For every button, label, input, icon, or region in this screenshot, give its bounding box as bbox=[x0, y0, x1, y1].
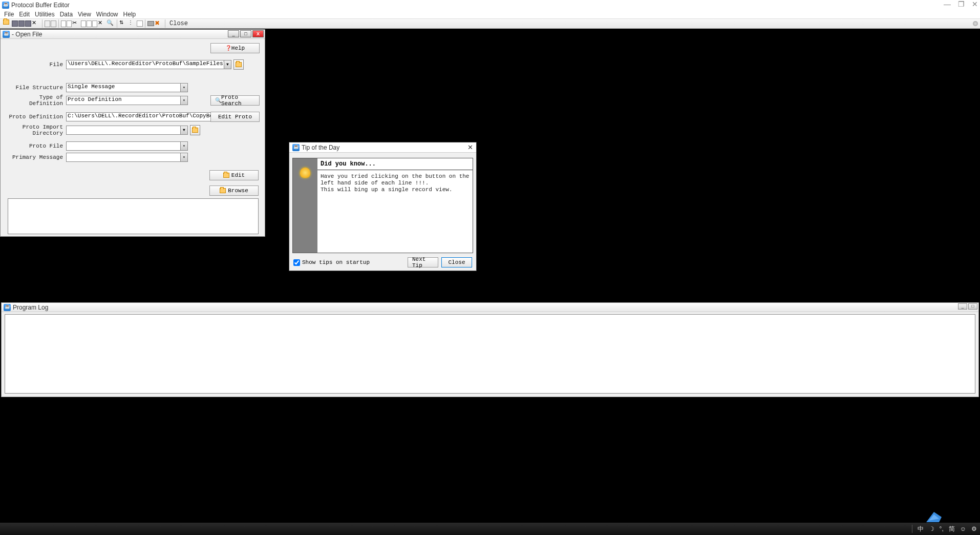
proto-file-combo[interactable]: ▾ bbox=[66, 141, 188, 151]
minimize-button[interactable]: — bbox=[944, 0, 951, 8]
program-log-titlebar[interactable]: Program Log _ □ bbox=[2, 303, 978, 312]
save-icon[interactable] bbox=[12, 20, 18, 27]
maximize-icon[interactable]: □ bbox=[240, 30, 251, 37]
filter-icon[interactable]: ⋮ bbox=[128, 19, 136, 28]
file-combo[interactable]: \Users\DELL\.RecordEditor\ProtoBuf\Sampl… bbox=[66, 60, 231, 69]
menu-help[interactable]: Help bbox=[121, 11, 138, 18]
window-controls: — ❐ ✕ bbox=[944, 0, 978, 8]
menu-edit[interactable]: Edit bbox=[17, 11, 32, 18]
tray-divider bbox=[912, 525, 912, 533]
doc3-icon[interactable] bbox=[92, 20, 97, 27]
weather-icon[interactable]: °, bbox=[940, 525, 944, 532]
cut-icon[interactable]: ✂ bbox=[72, 19, 80, 28]
message-textarea[interactable] bbox=[8, 198, 259, 234]
help-label: Help bbox=[231, 45, 245, 51]
export-icon[interactable] bbox=[25, 20, 31, 27]
folder-icon bbox=[192, 128, 198, 133]
tip-close-button[interactable]: Close bbox=[441, 257, 472, 268]
file-value: \Users\DELL\.RecordEditor\ProtoBuf\Sampl… bbox=[68, 60, 230, 67]
proto-def-combo[interactable]: C:\Users\DELL\.RecordEditor\ProtoBuf\Cop… bbox=[66, 112, 228, 121]
search-icon bbox=[215, 97, 221, 104]
close-button[interactable]: ✕ bbox=[972, 0, 978, 8]
edit-button[interactable]: Edit bbox=[209, 170, 259, 180]
menu-view[interactable]: View bbox=[76, 11, 93, 18]
print-icon[interactable] bbox=[147, 21, 154, 26]
new-icon[interactable] bbox=[61, 20, 66, 27]
type-of-def-combo[interactable]: Proto Definition▾ bbox=[66, 96, 188, 105]
type-of-def-value: Proto Definition bbox=[68, 96, 122, 102]
tip-titlebar[interactable]: Tip of the Day ✕ bbox=[289, 142, 476, 153]
menu-window[interactable]: Window bbox=[94, 11, 120, 18]
chevron-down-icon[interactable]: ▾ bbox=[180, 153, 187, 161]
menu-file[interactable]: File bbox=[2, 11, 16, 18]
emoji-icon[interactable]: ☺ bbox=[960, 525, 966, 532]
program-log-title: Program Log bbox=[13, 304, 48, 311]
menu-data[interactable]: Data bbox=[58, 11, 75, 18]
proto-search-button[interactable]: Proto Search bbox=[210, 95, 260, 106]
doc1-icon[interactable] bbox=[81, 20, 86, 27]
ime-mode-indicator[interactable]: 简 bbox=[949, 525, 955, 533]
chevron-down-icon[interactable]: ▾ bbox=[180, 142, 187, 150]
open-file-titlebar[interactable]: - Open File _ □ X bbox=[1, 30, 265, 39]
menubar: File Edit Utilities Data View Window Hel… bbox=[0, 10, 980, 18]
proto-import-browse-button[interactable] bbox=[190, 125, 200, 135]
java-icon bbox=[4, 304, 11, 311]
copy-icon[interactable] bbox=[45, 20, 50, 27]
chevron-down-icon[interactable]: ▾ bbox=[180, 84, 187, 92]
browse-button[interactable]: Browse bbox=[209, 186, 259, 196]
minimize-icon[interactable]: _ bbox=[958, 303, 967, 310]
doc2-icon[interactable] bbox=[87, 20, 92, 27]
proto-file-label: Proto File bbox=[6, 143, 66, 149]
delete-icon[interactable]: ✕ bbox=[32, 19, 40, 28]
minimize-icon[interactable]: _ bbox=[228, 30, 239, 37]
ime-indicator[interactable]: 中 bbox=[918, 525, 924, 533]
java-icon bbox=[2, 2, 9, 9]
chevron-down-icon[interactable]: ▼ bbox=[224, 60, 231, 69]
program-log-window: Program Log _ □ bbox=[1, 302, 979, 397]
help-icon bbox=[225, 45, 231, 51]
sort-icon[interactable]: ⇅ bbox=[119, 19, 127, 28]
close-icon[interactable]: ✕ bbox=[467, 143, 473, 151]
tip-title: Tip of the Day bbox=[302, 144, 339, 151]
tip-sidebar bbox=[293, 158, 317, 253]
program-log-textarea[interactable] bbox=[5, 314, 975, 394]
tool-icon[interactable]: ✖ bbox=[155, 19, 163, 28]
night-mode-icon[interactable]: ☽ bbox=[929, 525, 934, 532]
chevron-down-icon[interactable]: ▾ bbox=[180, 96, 187, 105]
paste-icon[interactable] bbox=[67, 20, 72, 27]
folder-icon bbox=[223, 173, 229, 178]
close-icon[interactable]: X bbox=[252, 30, 264, 37]
proto-import-label: Proto Import Directory bbox=[6, 124, 66, 136]
grid-icon[interactable] bbox=[137, 20, 143, 27]
main-titlebar: Protocol Buffer Editor — ❐ ✕ bbox=[0, 0, 980, 10]
save-as-icon[interactable] bbox=[18, 20, 25, 27]
maximize-button[interactable]: ❐ bbox=[958, 0, 965, 8]
file-browse-button[interactable] bbox=[233, 59, 244, 70]
toolbar-separator bbox=[165, 19, 165, 28]
proto-import-combo[interactable]: ▼ bbox=[66, 126, 188, 135]
proto-import-row: Proto Import Directory ▼ bbox=[6, 124, 260, 136]
tip-header: Did you know... bbox=[317, 158, 473, 170]
cancel-icon[interactable]: ✕ bbox=[98, 19, 106, 28]
primary-msg-combo[interactable]: ▾ bbox=[66, 153, 188, 162]
menu-utilities[interactable]: Utilities bbox=[33, 11, 57, 18]
maximize-icon[interactable]: □ bbox=[968, 303, 977, 310]
next-tip-button[interactable]: Next Tip bbox=[408, 257, 438, 268]
settings-icon[interactable]: ⚙ bbox=[971, 525, 977, 532]
type-of-def-row: Type of Definition Proto Definition▾ Pro… bbox=[6, 94, 260, 107]
edit-proto-button[interactable]: Edit Proto bbox=[210, 112, 260, 122]
show-tips-checkbox[interactable] bbox=[293, 259, 300, 266]
toolbar: ✕ ✂ ✕ 🔍 ⇅ ⋮ ✖ Close bbox=[0, 18, 980, 29]
toolbar-separator bbox=[145, 19, 145, 28]
folder-icon bbox=[236, 62, 242, 67]
help-button[interactable]: Help bbox=[210, 43, 260, 53]
open-icon[interactable] bbox=[3, 19, 11, 28]
find-icon[interactable]: 🔍 bbox=[106, 19, 115, 28]
tip-line-1: Have you tried clicking on the button on… bbox=[321, 173, 469, 186]
chevron-down-icon[interactable]: ▼ bbox=[180, 126, 187, 134]
toolbar-separator bbox=[117, 19, 117, 28]
copy2-icon[interactable] bbox=[51, 20, 56, 27]
tip-content: Did you know... Have you tried clicking … bbox=[317, 158, 473, 253]
toolbar-close-button[interactable]: Close bbox=[167, 20, 190, 27]
file-structure-combo[interactable]: Single Message▾ bbox=[66, 83, 188, 92]
